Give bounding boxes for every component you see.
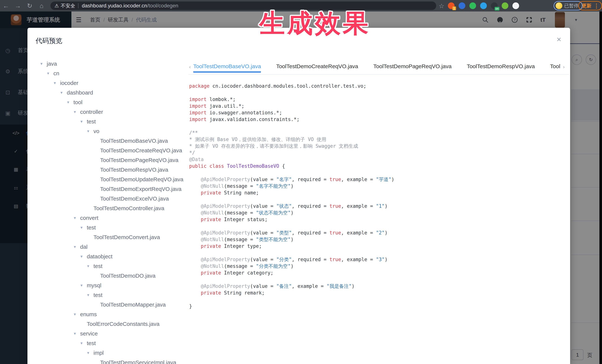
code-line: @NotNull(message = "分类不能为空")	[189, 263, 562, 270]
tree-folder-dal[interactable]: ▾dal	[74, 242, 87, 252]
tree-folder-test[interactable]: ▾test	[80, 117, 96, 126]
generation-result-annotation: 生成效果	[259, 6, 371, 41]
tree-node-label: dal	[80, 244, 87, 250]
browser-home-button[interactable]: ⌂	[36, 2, 47, 10]
tree-node-label: ToolTestDemoCreateReqVO.java	[100, 147, 182, 154]
ubuntu-extension-icon[interactable]: 1	[448, 2, 455, 9]
close-icon[interactable]: ×	[557, 36, 561, 43]
caret-down-icon: ▾	[60, 90, 67, 95]
address-bar[interactable]: ⚠ 不安全 dashboard.yudao.iocoder.cn /tool/c…	[50, 1, 436, 10]
tree-node-label: ToolTestDemoBaseVO.java	[100, 138, 168, 144]
tree-file-ToolTestDemoController.java[interactable]: ToolTestDemoController.java	[87, 204, 164, 213]
caret-down-icon: ▾	[74, 216, 80, 220]
caret-down-icon: ▾	[80, 341, 87, 346]
code-line: import lombok.*;	[189, 96, 562, 103]
tree-file-ToolTestDemoMapper.java[interactable]: ToolTestDemoMapper.java	[94, 300, 166, 310]
code-line: @ApiModelProperty(value = "名字", required…	[189, 176, 562, 183]
tree-folder-tool[interactable]: ▾tool	[67, 97, 82, 107]
code-line	[189, 250, 562, 256]
tree-file-ToolTestDemoPageReqVO.java[interactable]: ToolTestDemoPageReqVO.java	[94, 155, 178, 165]
tree-node-label: service	[80, 331, 98, 337]
tree-folder-test[interactable]: ▾test	[80, 338, 96, 348]
tree-file-ToolTestDemoConvert.java[interactable]: ToolTestDemoConvert.java	[87, 232, 160, 242]
browser-back-button[interactable]: ←	[0, 2, 12, 10]
tree-folder-service[interactable]: ▾service	[74, 329, 98, 338]
tree-folder-iocoder[interactable]: ▾iocoder	[54, 78, 78, 88]
tree-folder-test[interactable]: ▾test	[80, 223, 96, 232]
tree-folder-dashboard[interactable]: ▾dashboard	[60, 88, 93, 97]
file-tree: ▾java▾cn▾iocoder▾dashboard▾tool▾controll…	[27, 59, 187, 364]
tabs-scroll-left-icon[interactable]: ‹	[187, 64, 193, 70]
tree-folder-test[interactable]: ▾test	[87, 290, 102, 300]
code-viewer[interactable]: package cn.iocoder.dashboard.modules.too…	[189, 83, 562, 361]
caret-down-icon: ▾	[87, 293, 94, 297]
y-extension-icon[interactable]	[469, 2, 476, 9]
code-line: package cn.iocoder.dashboard.modules.too…	[189, 83, 562, 89]
caret-down-icon: ▾	[80, 119, 87, 124]
tree-file-ToolTestDemoServiceImpl.java[interactable]: ToolTestDemoServiceImpl.java	[94, 358, 176, 364]
tree-file-ToolTestDemoDO.java[interactable]: ToolTestDemoDO.java	[94, 271, 155, 281]
tree-folder-mysql[interactable]: ▾mysql	[80, 281, 101, 290]
not-secure-label: 不安全	[61, 3, 75, 9]
tree-file-ToolTestDemoExcelVO.java[interactable]: ToolTestDemoExcelVO.java	[94, 194, 169, 204]
puzzle-extension-icon[interactable]	[512, 2, 519, 9]
browser-update-button[interactable]: 更新 ⋮	[578, 1, 602, 10]
tree-node-label: java	[47, 61, 57, 67]
tree-folder-controller[interactable]: ▾controller	[74, 107, 103, 117]
tree-node-label: test	[94, 292, 102, 298]
leaf-extension-icon[interactable]	[502, 2, 508, 9]
code-line: private Integer type;	[189, 243, 562, 250]
tree-node-label: ToolTestDemoMapper.java	[100, 302, 166, 308]
list-extension-icon[interactable]: on	[491, 2, 498, 9]
file-tab-ToolTestDemoUpdateReqVO.java[interactable]: ToolTestDemoUpdateReqVO.java	[550, 61, 560, 73]
bookmark-star-icon[interactable]: ☆	[439, 2, 444, 10]
code-line: import javax.validation.constraints.*;	[189, 116, 562, 123]
file-tab-ToolTestDemoRespVO.java[interactable]: ToolTestDemoRespVO.java	[467, 61, 535, 73]
tree-folder-test[interactable]: ▾test	[87, 261, 102, 271]
file-tab-ToolTestDemoCreateReqVO.java[interactable]: ToolTestDemoCreateReqVO.java	[276, 61, 358, 73]
drop-extension-icon[interactable]	[459, 2, 465, 9]
tree-file-ToolTestDemoBaseVO.java[interactable]: ToolTestDemoBaseVO.java	[94, 136, 168, 146]
tree-file-ToolErrorCodeConstants.java[interactable]: ToolErrorCodeConstants.java	[80, 319, 160, 329]
tabs-divider	[188, 74, 569, 74]
tree-node-label: controller	[80, 109, 103, 115]
file-tab-ToolTestDemoPageReqVO.java[interactable]: ToolTestDemoPageReqVO.java	[373, 61, 452, 73]
tree-node-label: ToolTestDemoRespVO.java	[100, 166, 168, 173]
code-line	[189, 296, 562, 303]
file-tab-ToolTestDemoBaseVO.java[interactable]: ToolTestDemoBaseVO.java	[193, 61, 261, 73]
tree-folder-vo[interactable]: ▾vo	[87, 126, 99, 136]
tree-folder-convert[interactable]: ▾convert	[74, 213, 98, 223]
tree-node-label: ToolTestDemoExportReqVO.java	[100, 186, 182, 192]
code-line	[189, 123, 562, 129]
update-label: 更新	[582, 3, 591, 9]
tabs-scroll-right-icon[interactable]: ›	[560, 64, 567, 70]
browser-forward-button[interactable]: →	[12, 2, 24, 10]
tree-file-ToolTestDemoExportReqVO.java[interactable]: ToolTestDemoExportReqVO.java	[94, 184, 182, 194]
caret-down-icon: ▾	[74, 110, 80, 114]
caret-down-icon: ▾	[54, 81, 60, 85]
tree-folder-dataobject[interactable]: ▾dataobject	[80, 252, 112, 261]
tree-folder-cn[interactable]: ▾cn	[47, 69, 59, 78]
tree-folder-impl[interactable]: ▾impl	[87, 348, 104, 358]
tree-file-ToolTestDemoUpdateReqVO.java[interactable]: ToolTestDemoUpdateReqVO.java	[94, 175, 183, 184]
tree-file-ToolTestDemoCreateReqVO.java[interactable]: ToolTestDemoCreateReqVO.java	[94, 146, 182, 155]
caret-down-icon: ▾	[80, 283, 87, 288]
code-line: /**	[189, 129, 562, 136]
browser-reload-button[interactable]: ↻	[24, 2, 36, 10]
caret-down-icon: ▾	[67, 100, 74, 105]
tree-node-label: convert	[80, 215, 98, 221]
browser-menu-icon[interactable]: ⋮	[594, 3, 599, 9]
tree-node-label: ToolTestDemoUpdateReqVO.java	[100, 176, 183, 183]
dialog-title: 代码预览	[36, 36, 62, 45]
tree-folder-java[interactable]: ▾java	[40, 59, 57, 69]
code-line	[189, 223, 562, 229]
code-line: @Data	[189, 156, 562, 163]
tree-node-label: ToolTestDemoDO.java	[100, 273, 155, 279]
diamond-extension-icon[interactable]	[480, 2, 487, 9]
tree-folder-enums[interactable]: ▾enums	[74, 310, 97, 319]
extension-badge: 1	[452, 7, 456, 10]
code-line: @NotNull(message = "名字不能为空")	[189, 183, 562, 189]
code-line: @ApiModelProperty(value = "备注", example …	[189, 283, 562, 290]
tree-file-ToolTestDemoRespVO.java[interactable]: ToolTestDemoRespVO.java	[94, 165, 168, 175]
tree-node-label: dataobject	[87, 253, 112, 260]
